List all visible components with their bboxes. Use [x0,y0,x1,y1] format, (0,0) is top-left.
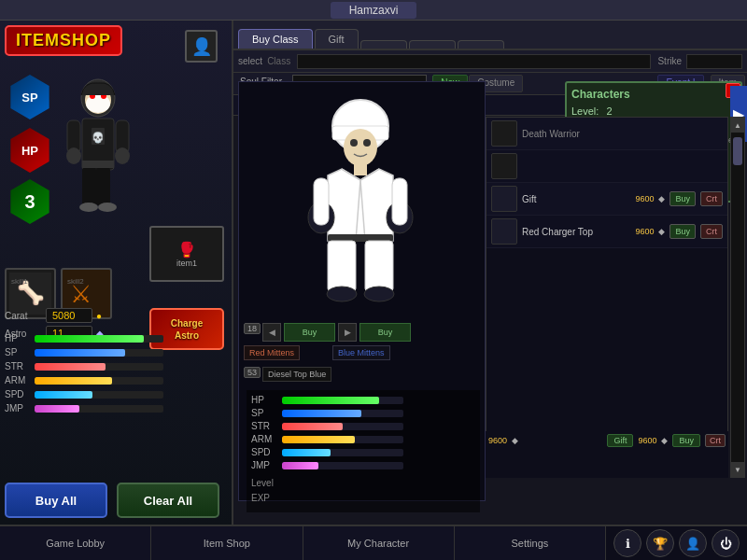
tab-4[interactable] [409,40,456,49]
item-buy-button[interactable]: Buy [669,191,696,206]
strike-input[interactable] [686,54,742,69]
char-background-panel: 18 ◀ Buy ▶ Buy Red Mittens Blue Mittens … [238,81,486,501]
center-stats-box: HP SP STR A [247,390,480,512]
stat-row-hp: HP [5,333,163,343]
item-cart-button[interactable]: Crt [700,191,723,206]
cstat-spd-bg [282,449,403,456]
hp-bar-fill [35,335,144,343]
cstat-arm-bg [282,436,403,443]
list-item: Death Warrior [486,118,727,150]
buy-btn-2[interactable]: Buy [359,323,411,342]
sub-tab-bar: select Class Strike [233,50,747,73]
hp-stat-label: HP [5,333,31,343]
scroll-up-arrow[interactable]: ▲ [731,118,744,133]
cstat-spd: SPD [251,447,475,457]
svg-point-2 [86,94,110,113]
hp-bar-bg [35,335,163,343]
trophy-icon-btn[interactable]: 🏆 [646,529,674,557]
stat-row-arm: ARM [5,375,163,385]
cstat-sp-fill [282,410,361,417]
price-1: 9600 [488,436,507,445]
my-character-tab[interactable]: My Character [303,526,455,560]
stat-row-sp: SP [5,347,163,357]
info-icon-btn[interactable]: ℹ [613,529,641,557]
person-icon: 👤 [685,537,700,551]
svg-point-9 [79,203,98,212]
sp-bar-bg [35,349,163,357]
tab-3[interactable] [360,40,407,49]
cstat-arm-fill [282,436,355,443]
select-label: select [238,56,262,66]
astro-2: ◆ [661,436,668,445]
bottom-icons: ℹ 🏆 👤 ⏻ [606,529,747,557]
item-price-2: 9600 [635,194,654,203]
item-name-text: Red Charger Top [522,227,630,237]
svg-point-25 [344,129,377,166]
crt-btn-bottom[interactable]: Crt [705,434,726,447]
scrollbar[interactable]: ▲ ▼ [730,117,745,478]
stat-row-str: STR [5,361,163,371]
spd-stat-label: SPD [5,389,31,399]
svg-point-27 [363,139,371,147]
next-item-btn[interactable]: ▶ [338,323,357,342]
scroll-down-arrow[interactable]: ▼ [731,462,744,477]
exp-row: EXP [251,493,475,503]
svg-rect-36 [314,178,329,225]
arm-stat-label: ARM [5,375,31,385]
buy-btn-1[interactable]: Buy [284,323,335,342]
tab-buy-class[interactable]: Buy Class [238,29,313,49]
str-bar-bg [35,363,163,371]
item-number-2: 53 [244,367,261,378]
arm-bar-bg [35,377,163,385]
blue-mittens-label: Blue Mittens [332,345,390,360]
cstat-sp-bg [282,410,403,417]
power-icon-btn[interactable]: ⏻ [712,529,740,557]
cstat-jmp-bg [282,462,403,469]
settings-tab[interactable]: Settings [455,526,606,560]
buy-rows-bottom: 9600 ◆ Gift 9600 ◆ Buy Crt [486,431,728,478]
vale-tudo-item: 🥊 item1 [149,226,224,282]
person-icon-btn[interactable]: 👤 [679,529,707,557]
char-info-title: Characters [571,88,736,101]
tab-gift[interactable]: Gift [315,29,359,49]
carat-coin-icon: ● [96,311,102,321]
clear-all-button[interactable]: Clear All [117,483,219,518]
prev-item-btn[interactable]: ◀ [262,323,281,342]
game-lobby-tab[interactable]: Game Lobby [0,526,151,560]
item-thumbnail [491,186,517,212]
jmp-stat-label: JMP [5,403,31,413]
buy-all-button[interactable]: Buy All [5,483,107,518]
tab-5[interactable] [458,40,504,49]
str-stat-label: STR [5,361,31,371]
cstat-jmp: JMP [251,460,475,470]
astro-icon-small-2: ◆ [658,227,665,236]
spd-bar-fill [35,391,92,399]
title-bar: Hamzaxvi [0,0,747,21]
item-cart-button-2[interactable]: Crt [700,224,723,239]
buy-btn-bottom[interactable]: Buy [672,434,700,447]
scroll-thumb[interactable] [733,137,742,165]
carat-value: 5080 [46,308,92,323]
svg-point-10 [98,203,117,212]
svg-rect-31 [365,241,393,292]
svg-point-13 [66,147,81,164]
username-display: Hamzaxvi [331,2,417,19]
cstat-hp: HP [251,395,475,405]
item-buy-button-2[interactable]: Buy [669,224,696,239]
itemshop-logo: ITEMSHOP [5,25,122,56]
item-thumbnail [491,218,517,245]
list-item: Gift 9600 ◆ Buy Crt [486,183,727,216]
class-input[interactable] [297,54,651,69]
svg-text:skill2: skill2 [67,277,84,286]
stat-row-jmp: JMP [5,403,163,413]
svg-text:skill1: skill1 [11,277,28,286]
astro-1: ◆ [512,436,518,445]
item-shop-tab[interactable]: Item Shop [151,526,303,560]
item-price-3: 9600 [635,227,654,236]
stat-row-spd: SPD [5,389,163,399]
spd-bar-bg [35,391,163,399]
cstat-str: STR [251,421,475,431]
gift-btn-bottom[interactable]: Gift [607,434,633,447]
svg-rect-30 [328,241,356,292]
cstat-spd-fill [282,449,331,456]
